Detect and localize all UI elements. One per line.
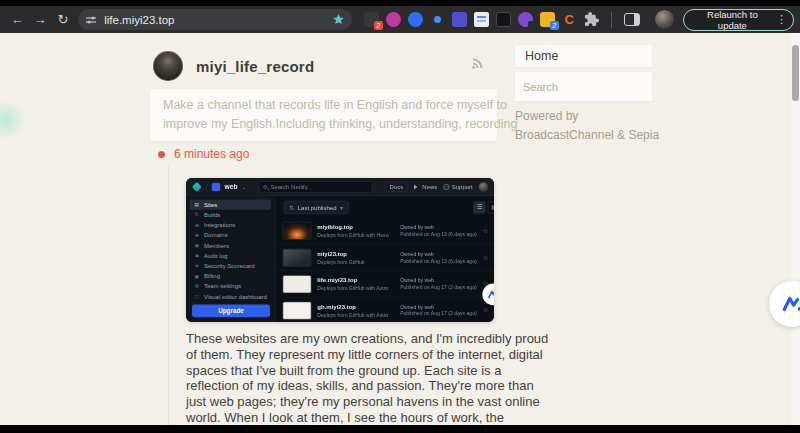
site-thumbnail <box>283 222 312 240</box>
toolbar-separator <box>611 12 612 28</box>
dash-sidebar-item-members: ◉Members <box>190 240 272 250</box>
site-thumbnail <box>283 301 312 319</box>
dash-sidebar-item-billing: ▣Billing <box>190 271 272 281</box>
dash-sidebar-item-integrations: ⊞Integrations <box>190 220 272 230</box>
site-settings-icon[interactable] <box>85 14 97 26</box>
domains-icon: ⊕ <box>194 233 200 238</box>
builds-icon: ↻ <box>194 212 200 217</box>
caret-down-icon: ▾ <box>340 204 343 211</box>
reload-button[interactable]: ↻ <box>51 9 74 31</box>
document-extension-icon[interactable] <box>474 12 489 27</box>
dash-nav-news: News <box>414 183 437 190</box>
billing-icon: ▣ <box>194 273 200 278</box>
dash-search-box: Search Netlify... <box>258 181 372 193</box>
list-view-toggle-icon: ☰ <box>474 201 486 213</box>
powered-by-link[interactable]: BroadcastChannel & Sepia <box>515 126 659 145</box>
page-scrollbar[interactable] <box>791 33 800 425</box>
password-manager-extension-icon[interactable]: 2 <box>364 12 379 27</box>
browser-chrome: ← → ↻ life.miyi23.top 2 2 C <box>0 0 800 33</box>
dash-site-row: miyiblog.topDeploys from GitHub with Hex… <box>275 218 494 244</box>
dash-search-placeholder: Search Netlify... <box>270 183 312 190</box>
timeline-dot <box>158 151 165 158</box>
scrollbar-thumb[interactable] <box>792 45 799 101</box>
dash-site-row: life.miyi23.topDeploys from GitHub with … <box>275 270 494 296</box>
breadcrumb-slash: / <box>206 183 208 191</box>
dash-nav-support: ?Support <box>443 183 472 190</box>
team-name: web <box>225 183 238 190</box>
search-icon <box>263 185 267 189</box>
audit-log-icon: ≣ <box>194 253 200 258</box>
dash-sidebar-item-security-scorecard: ◈Security Scorecard <box>190 261 272 271</box>
dash-sidebar-item-team-settings: ⚙Team settings <box>190 281 272 291</box>
browser-menu-icon[interactable]: ⋮ <box>776 13 787 26</box>
dash-sidebar: ▤Sites ↻Builds ⊞Integrations ⊕Domains ◉M… <box>186 196 275 322</box>
powered-by: Powered by BroadcastChannel & Sepia <box>515 107 659 145</box>
grid-view-toggle-icon: ▦ <box>488 201 494 213</box>
dash-sidebar-item-builds: ↻Builds <box>190 210 272 220</box>
extensions-puzzle-icon[interactable] <box>584 12 599 27</box>
relaunch-label: Relaunch to update <box>694 9 771 31</box>
dash-topbar: / web ⌄ Search Netlify... Docs News ?Sup… <box>186 178 494 196</box>
security-scorecard-icon: ◈ <box>194 263 200 268</box>
search-input[interactable] <box>523 81 644 93</box>
team-settings-icon: ⚙ <box>194 284 200 289</box>
post-image-netlify-dashboard[interactable]: / web ⌄ Search Netlify... Docs News ?Sup… <box>186 178 494 322</box>
blue-circle-extension-icon[interactable] <box>408 12 423 27</box>
channel-avatar[interactable] <box>153 51 183 81</box>
favorite-star-icon: ☆ <box>483 254 489 262</box>
bookmark-star-icon[interactable] <box>332 13 345 26</box>
channel-title: miyi_life_record <box>196 58 314 75</box>
dash-upgrade-button: Upgrade <box>192 305 270 318</box>
forward-button[interactable]: → <box>29 9 52 31</box>
purple-extension-icon[interactable] <box>518 12 533 27</box>
dash-sort-dropdown: ⇅ Last published ▾ <box>284 201 349 214</box>
dash-sidebar-item-sites: ▤Sites <box>190 200 272 210</box>
sort-icon: ⇅ <box>289 204 294 211</box>
site-thumbnail <box>283 275 312 293</box>
timeline-line <box>168 166 169 425</box>
favorite-star-icon: ☆ <box>483 227 489 235</box>
team-switcher-chevron-icon: ⌄ <box>242 184 247 190</box>
post-timestamp[interactable]: 6 minutes ago <box>174 147 249 161</box>
netlify-logo-icon <box>192 182 202 192</box>
left-edge-glow <box>0 100 26 140</box>
blue-dot-extension-icon[interactable] <box>434 16 441 23</box>
dash-user-avatar <box>479 182 489 192</box>
channel-bio: Make a channel that records life in Engl… <box>150 89 497 141</box>
url-text[interactable]: life.miyi23.top <box>104 14 325 26</box>
team-chip-icon <box>212 183 220 191</box>
integrations-icon: ⊞ <box>194 222 200 227</box>
dash-sidebar-item-visual-editor: ▢Visual editor dashboard <box>190 291 272 301</box>
rss-icon[interactable] <box>470 55 486 71</box>
news-horn-icon <box>414 184 420 189</box>
visual-editor-icon: ▢ <box>194 294 200 299</box>
omnibox[interactable]: life.miyi23.top <box>78 9 352 30</box>
extensions-row: 2 2 C <box>364 10 674 29</box>
dash-main: ⇅ Last published ▾ ☰ ▦ miyiblog.topDeplo… <box>275 196 494 322</box>
back-button[interactable]: ← <box>6 9 29 31</box>
relaunch-button[interactable]: Relaunch to update ⋮ <box>683 9 794 31</box>
dash-site-row: miyi23.topDeploys from GitHub Owned by w… <box>275 244 494 270</box>
dash-nav-docs: Docs <box>385 182 408 192</box>
orange-c-extension-icon[interactable]: C <box>562 12 577 27</box>
dash-sidebar-item-domains: ⊕Domains <box>190 230 272 240</box>
yellow-extension-icon[interactable]: 2 <box>540 12 555 27</box>
members-icon: ◉ <box>194 243 200 248</box>
sites-icon: ▤ <box>194 202 200 207</box>
dash-site-row: gh.miyi23.topDeploys from GitHub with As… <box>275 297 494 322</box>
site-thumbnail <box>283 249 312 267</box>
browser-profile-avatar[interactable] <box>655 10 674 29</box>
bio-line: improve my English.Including thinking, u… <box>163 115 484 134</box>
sidebar-search-box <box>515 72 652 101</box>
monica-floating-button[interactable] <box>769 281 800 327</box>
sidebar-item-home[interactable]: Home <box>515 45 652 67</box>
magenta-extension-icon[interactable] <box>386 12 401 27</box>
dark-extension-icon[interactable] <box>496 12 511 27</box>
indigo-extension-icon[interactable] <box>452 12 467 27</box>
bottom-black-bar <box>0 425 800 433</box>
bio-line: Make a channel that records life in Engl… <box>163 96 484 115</box>
side-panel-icon[interactable] <box>624 13 640 26</box>
support-question-icon: ? <box>443 184 449 190</box>
post-body: These websites are my own creations, and… <box>186 331 548 426</box>
favorite-star-icon: ☆ <box>483 306 489 314</box>
